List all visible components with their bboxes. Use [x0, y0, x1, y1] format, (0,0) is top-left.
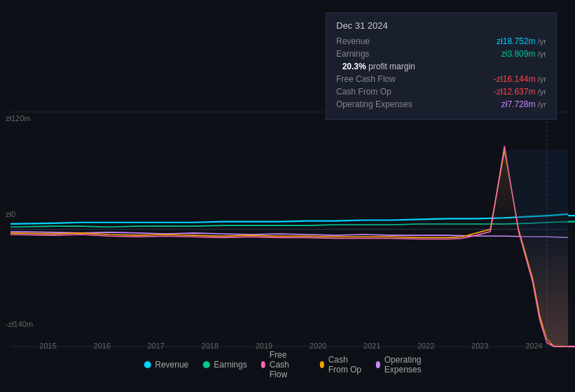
tooltip: Dec 31 2024 Revenue zł18.752m /yr Earnin…	[326, 13, 557, 120]
legend-item-fcf[interactable]: Free Cash Flow	[261, 350, 306, 379]
x-label-2018: 2018	[202, 342, 219, 350]
legend-dot-opex	[376, 361, 380, 368]
tooltip-label-opex: Operating Expenses	[336, 99, 413, 109]
tooltip-title: Dec 31 2024	[336, 20, 546, 31]
tooltip-value-revenue: zł18.752m /yr	[497, 36, 546, 46]
tooltip-label-revenue: Revenue	[336, 36, 370, 46]
legend-label-opex: Operating Expenses	[385, 355, 431, 374]
tooltip-value-opex: zł7.728m /yr	[501, 99, 546, 109]
legend: Revenue Earnings Free Cash Flow Cash Fro…	[144, 350, 431, 379]
x-axis-labels: 2015 2016 2017 2018 2019 2020 2021 2022 …	[0, 342, 575, 350]
legend-item-earnings[interactable]: Earnings	[202, 360, 247, 370]
x-label-2019: 2019	[256, 342, 272, 350]
tooltip-row-cfo: Cash From Op -zł12.637m /yr	[336, 87, 546, 97]
legend-label-fcf: Free Cash Flow	[270, 350, 306, 379]
legend-item-opex[interactable]: Operating Expenses	[376, 355, 431, 374]
tooltip-row-fcf: Free Cash Flow -zł16.144m /yr	[336, 74, 546, 84]
legend-dot-earnings	[202, 361, 209, 368]
tooltip-row-opex: Operating Expenses zł7.728m /yr	[336, 99, 546, 109]
x-label-2024: 2024	[525, 342, 542, 350]
chart-container: Dec 31 2024 Revenue zł18.752m /yr Earnin…	[0, 0, 575, 392]
chart-svg	[11, 112, 568, 346]
legend-dot-cfo	[320, 361, 324, 368]
legend-label-revenue: Revenue	[155, 360, 188, 370]
legend-label-cfo: Cash From Op	[328, 355, 362, 374]
tooltip-value-fcf: -zł16.144m /yr	[494, 74, 546, 84]
tooltip-row-earnings: Earnings zł3.809m /yr	[336, 49, 546, 59]
tooltip-label-earnings: Earnings	[336, 49, 369, 59]
legend-dot-fcf	[261, 361, 265, 368]
tooltip-row-revenue: Revenue zł18.752m /yr	[336, 36, 546, 46]
chart-area	[11, 112, 568, 346]
x-label-2020: 2020	[310, 342, 326, 350]
tooltip-label-cfo: Cash From Op	[336, 87, 392, 97]
tooltip-value-earnings: zł3.809m /yr	[501, 49, 546, 59]
profit-margin: 20.3% profit margin	[336, 62, 546, 71]
x-label-2021: 2021	[363, 342, 380, 350]
legend-dot-revenue	[144, 361, 151, 368]
tooltip-value-cfo: -zł12.637m /yr	[494, 87, 546, 97]
legend-label-earnings: Earnings	[214, 360, 247, 370]
x-label-2015: 2015	[39, 342, 56, 350]
x-label-2016: 2016	[93, 342, 110, 350]
tooltip-label-fcf: Free Cash Flow	[336, 74, 396, 84]
x-label-2023: 2023	[471, 342, 488, 350]
legend-item-cfo[interactable]: Cash From Op	[320, 355, 362, 374]
legend-item-revenue[interactable]: Revenue	[144, 360, 188, 370]
x-label-2017: 2017	[147, 342, 164, 350]
x-label-2022: 2022	[417, 342, 434, 350]
